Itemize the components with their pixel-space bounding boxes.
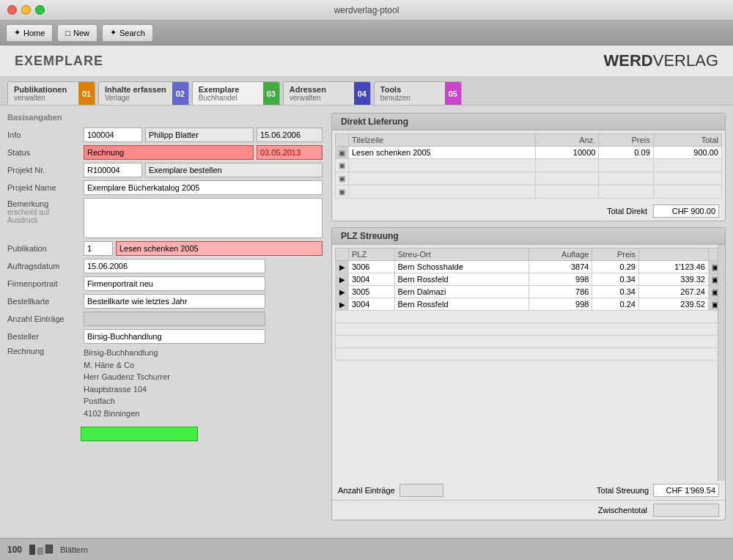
direkt-table-row: ▣ <box>336 159 722 172</box>
projekt-nr-row: Projekt Nr. <box>7 163 323 177</box>
tab-tools[interactable]: Tools benutzen 05 <box>374 81 462 105</box>
plz-ort: Bern Rossfeld <box>394 298 528 311</box>
projekt-nr-label: Projekt Nr. <box>7 166 81 174</box>
progress-bar-container <box>81 427 323 441</box>
direkt-total: 900.00 <box>653 147 721 159</box>
plz-plz: 3004 <box>349 298 395 311</box>
direkt-row-icon[interactable]: ▣ <box>336 159 349 172</box>
plz-auflage: 786 <box>528 286 592 298</box>
plz-panel-header: PLZ Streuung <box>332 228 725 245</box>
tab-adressen[interactable]: Adressen verwalten 04 <box>283 81 371 105</box>
plz-ort: Bern Dalmazi <box>394 286 528 298</box>
status-icons <box>29 545 53 555</box>
col-titelzeile: Titelzeile <box>349 134 536 147</box>
plz-table-row: ▶ 3004 Bern Rossfeld 998 0.34 339.32 ▣ <box>336 273 722 286</box>
direkt-anz: 10000 <box>535 147 599 159</box>
bestellkarte-input[interactable] <box>84 294 265 309</box>
direkt-titel <box>349 159 536 172</box>
plz-table-row: ▶ 3005 Bern Dalmazi 786 0.34 267.24 ▣ <box>336 286 722 298</box>
info-date-input[interactable] <box>257 128 323 142</box>
direkt-preis <box>599 159 653 172</box>
plz-plz: 3005 <box>349 286 395 298</box>
publikation-label: Publikation <box>7 244 81 253</box>
projekt-text-input[interactable] <box>145 163 323 177</box>
info-id-input[interactable] <box>84 128 142 142</box>
direkt-anz <box>535 185 599 199</box>
besteller-input[interactable] <box>84 329 265 344</box>
projekt-name-label: Projekt Name <box>7 183 81 192</box>
tab-inhalte[interactable]: Inhalte erfassen Verlage 02 <box>98 81 189 105</box>
plz-total: 1'123.46 <box>639 261 709 273</box>
plz-auflage: 998 <box>528 273 592 286</box>
plz-plz: 3006 <box>349 261 395 273</box>
direkt-total <box>653 172 721 185</box>
direkt-total-row: Total Direkt <box>332 202 725 221</box>
bar-icon-2 <box>37 548 43 555</box>
page-title: EXEMPLARE <box>15 54 103 69</box>
plz-total: 267.24 <box>639 286 709 298</box>
pub-name-input[interactable] <box>116 241 323 256</box>
direkt-total-input[interactable] <box>653 205 719 218</box>
nav-bar: ✦ Home □ New ✦ Search <box>0 21 733 45</box>
direkt-lieferung-panel: Direkt Lieferung Titelzeile Anz. Preis T… <box>331 113 726 221</box>
direkt-titel <box>349 185 536 199</box>
tab-exemplare[interactable]: Exemplare Buchhandel 03 <box>192 81 280 105</box>
zwischen-input[interactable] <box>653 504 719 517</box>
close-button[interactable] <box>7 5 17 15</box>
status-input[interactable] <box>84 145 254 160</box>
auftragsdatum-row: Auftragsdatum <box>7 259 323 273</box>
plz-scrollbar[interactable] <box>718 245 725 481</box>
direkt-anz <box>535 159 599 172</box>
plz-empty-row <box>336 348 722 361</box>
maximize-button[interactable] <box>35 5 45 15</box>
header-section: EXEMPLARE WERDVERLAG <box>0 45 733 77</box>
plz-table-row: ▶ 3004 Bern Rossfeld 998 0.24 239.52 ▣ <box>336 298 722 311</box>
projekt-name-input[interactable] <box>84 180 323 195</box>
rechnung-label: Rechnung <box>7 347 81 355</box>
direkt-row-icon[interactable]: ▣ <box>336 172 349 185</box>
plz-play-btn[interactable]: ▶ <box>336 286 349 298</box>
direkt-titel <box>349 172 536 185</box>
home-button[interactable]: ✦ Home <box>6 24 53 42</box>
logo: WERDVERLAG <box>604 51 718 70</box>
col-plz: PLZ <box>349 248 395 261</box>
col-auflage: Auflage <box>528 248 592 261</box>
plz-play-btn[interactable]: ▶ <box>336 298 349 311</box>
right-panel: Direkt Lieferung Titelzeile Anz. Preis T… <box>331 113 726 520</box>
plz-play-btn[interactable]: ▶ <box>336 273 349 286</box>
search-button[interactable]: ✦ Search <box>102 24 153 42</box>
minimize-button[interactable] <box>21 5 31 15</box>
firmenportrait-label: Firmenportrait <box>7 279 81 288</box>
title-bar: werdverlag-ptool <box>0 0 733 21</box>
plz-table-row <box>336 311 722 323</box>
total-streuung-input[interactable] <box>653 484 719 497</box>
direkt-row-icon[interactable]: ▣ <box>336 185 349 199</box>
direkt-row-icon[interactable]: ▣ <box>336 147 349 159</box>
new-button[interactable]: □ New <box>57 24 97 42</box>
zwischen-label: Zwischentotal <box>598 506 647 515</box>
plz-play-btn[interactable]: ▶ <box>336 261 349 273</box>
plz-preis: 0.29 <box>592 261 639 273</box>
status-number: 100 <box>7 545 22 555</box>
anzahl-input[interactable] <box>84 312 265 326</box>
auftragsdatum-input[interactable] <box>84 259 265 273</box>
info-row: Info <box>7 128 323 142</box>
projekt-name-row: Projekt Name <box>7 180 323 195</box>
direkt-table-row: ▣ <box>336 172 722 185</box>
col-ort: Streu-Ort <box>394 248 528 261</box>
anzahl-label: Anzahl Einträge <box>338 486 395 495</box>
bemerkung-textarea[interactable] <box>84 198 323 238</box>
plus-icon: ✦ <box>14 28 21 37</box>
plz-auflage: 998 <box>528 298 592 311</box>
anzahl-row: Anzahl Einträge <box>7 312 323 326</box>
info-name-input[interactable] <box>145 128 254 142</box>
direkt-preis <box>599 172 653 185</box>
firmenportrait-input[interactable] <box>84 276 265 291</box>
projekt-id-input[interactable] <box>84 163 142 177</box>
plz-anzahl-input[interactable] <box>399 484 443 497</box>
content-area: Basisangaben Info Status Projekt Nr. <box>0 106 733 528</box>
tab-publikationen[interactable]: Publikationen verwalten 01 <box>7 81 95 105</box>
status-date-input[interactable] <box>257 145 323 160</box>
direkt-total-label: Total Direkt <box>607 207 647 215</box>
pub-id-input[interactable] <box>84 241 113 256</box>
